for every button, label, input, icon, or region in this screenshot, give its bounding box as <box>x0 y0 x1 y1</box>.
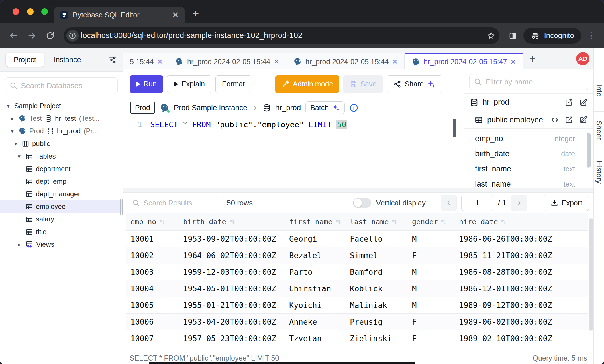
tree-table-dept-emp[interactable]: dept_emp <box>0 175 123 188</box>
close-icon[interactable]: × <box>393 57 398 66</box>
column-header-first-name[interactable]: first_name <box>285 213 346 231</box>
database-search[interactable] <box>5 77 118 94</box>
cell[interactable]: 1986-06-26T00:00:00Z <box>455 231 588 247</box>
sql-line-1[interactable]: 1 SELECT * FROM "public"."employee" LIMI… <box>123 120 464 129</box>
prev-page-button[interactable] <box>441 195 457 211</box>
cell[interactable]: 1954-05-01T00:00:00Z <box>179 280 285 297</box>
cell[interactable]: Simmel <box>346 247 408 264</box>
cell[interactable]: F <box>408 314 455 330</box>
tree-table-title[interactable]: title <box>0 225 123 238</box>
rail-tab-history[interactable]: History <box>594 149 604 195</box>
schema-scrollbar-thumb[interactable] <box>587 133 591 168</box>
filter-settings-icon[interactable] <box>109 56 117 64</box>
share-button[interactable]: Share <box>387 75 442 93</box>
cell[interactable]: 10005 <box>126 297 179 314</box>
tree-table-department[interactable]: department <box>0 163 123 175</box>
cell[interactable]: 1989-09-12T00:00:00Z <box>455 297 588 314</box>
schema-column-row[interactable]: first_name text <box>464 161 593 177</box>
refresh-icon[interactable] <box>42 28 58 43</box>
rail-tab-info[interactable]: Info <box>594 69 604 112</box>
cell[interactable]: Preusig <box>346 314 408 330</box>
vertical-display-toggle[interactable] <box>353 198 371 208</box>
cell[interactable]: 1986-12-01T00:00:00Z <box>455 280 588 297</box>
explain-button[interactable]: Explain <box>167 75 211 93</box>
table-row[interactable]: 100051955-01-21T00:00:00ZKyoichiMaliniak… <box>126 297 588 314</box>
new-tab-button[interactable]: + <box>192 8 199 19</box>
code-icon[interactable] <box>550 116 559 124</box>
database-name[interactable]: hr_prod <box>275 103 301 112</box>
forward-icon[interactable] <box>24 28 40 43</box>
results-scrollbar-thumb[interactable] <box>589 218 593 331</box>
cell[interactable]: Maliniak <box>346 297 408 314</box>
cell[interactable]: Chirstian <box>285 280 346 297</box>
run-button[interactable]: Run <box>130 75 163 93</box>
sidebar-resize-handle[interactable] <box>120 199 123 215</box>
address-bar[interactable]: localhost:8080/sql-editor/prod-sample-in… <box>64 27 499 44</box>
batch-mode-chip[interactable]: Batch <box>305 101 345 114</box>
cell[interactable]: 1989-02-10T00:00:00Z <box>455 330 588 347</box>
splitter-handle-icon[interactable] <box>354 189 371 192</box>
schema-table-row[interactable]: public.employee <box>464 111 593 129</box>
schema-filter[interactable] <box>469 74 588 90</box>
edit-icon[interactable] <box>579 98 588 107</box>
zoom-window-button[interactable] <box>41 8 48 15</box>
results-search[interactable] <box>128 195 217 211</box>
table-row[interactable]: 100041954-05-01T00:00:00ZChirstianKoblic… <box>126 280 588 297</box>
cell[interactable]: 1955-01-21T00:00:00Z <box>179 297 285 314</box>
info-circle-icon[interactable] <box>349 103 358 112</box>
sort-icon[interactable] <box>391 219 398 225</box>
cell[interactable]: Zielinski <box>346 330 408 347</box>
cell[interactable]: F <box>408 247 455 264</box>
close-icon[interactable]: × <box>157 57 162 66</box>
tree-project-row[interactable]: ▾ Sample Project <box>0 100 123 112</box>
cell[interactable]: Georgi <box>285 231 346 247</box>
cell[interactable]: 10007 <box>126 330 179 347</box>
cell[interactable]: 1985-11-21T00:00:00Z <box>455 247 588 264</box>
cell[interactable]: 1989-06-02T00:00:00Z <box>455 314 588 330</box>
schema-column-row[interactable]: emp_no integer <box>464 131 593 146</box>
external-link-icon[interactable] <box>565 98 573 107</box>
column-header-last-name[interactable]: last_name <box>346 213 408 231</box>
table-row[interactable]: 100011953-09-02T00:00:00ZGeorgiFacelloM1… <box>126 231 588 247</box>
editor-scrollbar-thumb[interactable] <box>453 119 456 137</box>
tree-db-row-hr-prod[interactable]: ▾ Prod hr_prod (Pr... <box>0 125 123 137</box>
format-button[interactable]: Format <box>215 75 251 93</box>
page-number-input[interactable] <box>461 195 493 211</box>
schema-column-row[interactable]: birth_date date <box>464 146 593 161</box>
user-avatar[interactable]: AD <box>576 52 589 65</box>
caret-down-icon[interactable]: ▾ <box>5 103 11 109</box>
sql-editor[interactable]: 1 SELECT * FROM "public"."employee" LIMI… <box>123 117 464 188</box>
results-search-input[interactable] <box>144 199 213 207</box>
url-text[interactable]: localhost:8080/sql-editor/prod-sample-in… <box>81 31 485 40</box>
table-row[interactable]: 100021964-06-02T00:00:00ZBezalelSimmelF1… <box>126 247 588 264</box>
tab-instance[interactable]: Instance <box>54 56 81 64</box>
sort-icon[interactable] <box>441 219 447 225</box>
cell[interactable]: 1953-09-02T00:00:00Z <box>179 231 285 247</box>
cell[interactable]: Anneke <box>285 314 346 330</box>
caret-down-icon[interactable]: ▾ <box>9 128 15 134</box>
schema-database-row[interactable]: hr_prod <box>464 93 593 111</box>
cell[interactable]: 1953-04-20T00:00:00Z <box>179 314 285 330</box>
column-header-gender[interactable]: gender <box>408 213 455 231</box>
edit-icon[interactable] <box>579 116 588 124</box>
sheet-tab-2[interactable]: hr_prod 2024-02-05 15:44 × <box>168 53 286 69</box>
cell[interactable]: 1957-05-23T00:00:00Z <box>179 330 285 347</box>
database-search-input[interactable] <box>21 81 113 90</box>
close-window-button[interactable] <box>13 8 19 15</box>
save-button[interactable]: Save <box>343 75 383 93</box>
cell[interactable]: M <box>408 297 455 314</box>
tree-db-row-hr-test[interactable]: ▸ Test hr_test (Test... <box>0 112 123 125</box>
sheet-tab-3[interactable]: hr_prod 2024-02-05 15:44 × <box>286 53 405 69</box>
tab-project[interactable]: Project <box>6 53 44 67</box>
cell[interactable]: F <box>408 330 455 347</box>
column-header-birth-date[interactable]: birth_date <box>179 213 285 231</box>
schema-filter-input[interactable] <box>486 78 584 86</box>
cell[interactable]: 10006 <box>126 314 179 330</box>
column-header-hire-date[interactable]: hire_date <box>455 213 588 231</box>
cell[interactable]: 1959-12-03T00:00:00Z <box>179 264 285 280</box>
external-link-icon[interactable] <box>565 116 573 124</box>
sort-icon[interactable] <box>159 219 165 225</box>
column-header-emp-no[interactable]: emp_no <box>126 213 179 231</box>
table-row[interactable]: 100031959-12-03T00:00:00ZPartoBamfordM19… <box>126 264 588 280</box>
cell[interactable]: 10002 <box>126 247 179 264</box>
